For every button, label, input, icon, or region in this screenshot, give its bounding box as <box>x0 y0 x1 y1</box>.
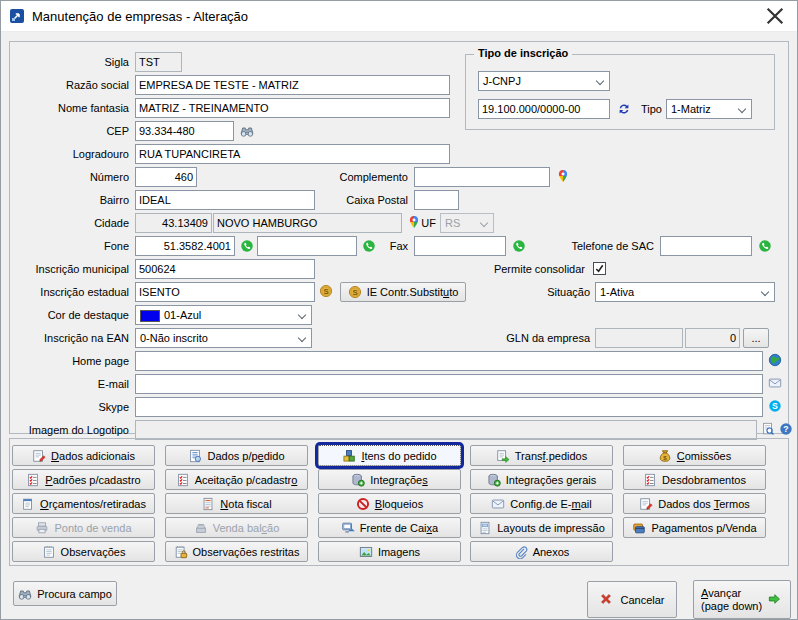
button-label: Padrões p/cadastro <box>45 474 140 486</box>
dados-dos-termos-button[interactable]: Dados dos Termos <box>623 493 766 514</box>
logotipo-input[interactable] <box>135 420 757 440</box>
integracoes-gerais-button[interactable]: Integrações gerais <box>470 469 613 490</box>
gln-label: GLN da empresa <box>490 328 590 348</box>
cubes-icon <box>342 449 356 463</box>
gln-input-2[interactable]: 0 <box>685 328 740 348</box>
transf-pedidos-button[interactable]: Transf.pedidos <box>470 445 613 466</box>
sintegra-coin-icon[interactable]: S <box>319 284 333 298</box>
inscricao-ean-select[interactable]: 0-Não inscrito <box>135 328 312 348</box>
telefone-sac-input[interactable] <box>660 236 752 256</box>
pos-icon <box>341 521 355 535</box>
anexos-button[interactable]: Anexos <box>470 541 613 562</box>
sigla-label: Sigla <box>10 52 129 72</box>
fax-label: Fax <box>380 236 408 256</box>
checklist-icon <box>643 473 657 487</box>
cep-input[interactable]: 93.334-480 <box>135 121 234 141</box>
tipo-documento-select[interactable]: J-CNPJ <box>478 71 610 91</box>
whatsapp-icon[interactable] <box>758 239 772 253</box>
tipo-matriz-select[interactable]: 1-Matriz <box>666 99 752 119</box>
layouts-de-impressao-button[interactable]: Layouts de impressão <box>470 517 613 538</box>
transfer-icon <box>496 449 510 463</box>
observacoes-restritas-button[interactable]: Observações restritas <box>165 541 308 562</box>
procura-campo-button[interactable]: Procura campo <box>13 581 117 606</box>
button-label: Aceitação p/cadastro <box>195 474 298 486</box>
pagamentos-p-venda-button[interactable]: Pagamentos p/Venda <box>623 517 766 538</box>
nome-fantasia-input[interactable]: MATRIZ - TREINAMENTO <box>135 98 450 118</box>
inscricao-estadual-input[interactable]: ISENTO <box>135 282 315 302</box>
gln-more-label: ... <box>751 332 760 344</box>
tipo-inscricao-legend: Tipo de inscrição <box>474 47 572 59</box>
logradouro-input[interactable]: RUA TUPANCIRETA <box>135 144 450 164</box>
frente-de-caixa-button[interactable]: Frente de Caixa <box>318 517 461 538</box>
venda-balcao-button: Venda balcão <box>165 517 308 538</box>
situacao-select[interactable]: 1-Ativa <box>595 282 775 302</box>
itens-do-pedido-button[interactable]: Itens do pedido <box>318 445 461 466</box>
comissoes-button[interactable]: $Comissões <box>623 445 766 466</box>
cnpj-input[interactable]: 19.100.000/0000-00 <box>478 99 610 119</box>
skype-input[interactable] <box>135 397 763 417</box>
caixa-postal-label: Caixa Postal <box>308 190 408 210</box>
gln-more-button[interactable]: ... <box>743 328 769 348</box>
telefone-sac-label: Telefone de SAC <box>550 236 654 256</box>
help-icon[interactable]: ? <box>779 422 793 436</box>
logradouro-label: Logradouro <box>10 144 129 164</box>
padroes-p-cadastro-button[interactable]: Padrões p/cadastro <box>12 469 155 490</box>
numero-input[interactable]: 460 <box>135 167 197 187</box>
observacoes-button[interactable]: Observações <box>12 541 155 562</box>
uf-value: RS <box>445 217 460 229</box>
ie-contr-substituto-button[interactable]: S IE Contr.Substituto <box>340 282 466 302</box>
cor-destaque-value: 01-Azul <box>164 309 201 321</box>
database-icon <box>351 473 365 487</box>
integracoes-button[interactable]: Integrações <box>318 469 461 490</box>
button-label: Frente de Caixa <box>360 522 438 534</box>
orcamentos-retiradas-button[interactable]: Orçamentos/retiradas <box>12 493 155 514</box>
button-label: Observações <box>61 546 126 558</box>
skype-icon[interactable]: S <box>768 399 782 413</box>
app-arrow-icon <box>9 8 25 24</box>
binoculars-icon[interactable] <box>240 124 254 138</box>
inscricao-municipal-input[interactable]: 500624 <box>135 259 315 279</box>
email-input[interactable] <box>135 374 763 394</box>
bloqueios-button[interactable]: Bloqueios <box>318 493 461 514</box>
fax-input[interactable] <box>414 236 506 256</box>
cidade-code-input[interactable]: 43.13409 <box>135 213 212 233</box>
close-icon[interactable] <box>761 5 789 27</box>
gln-input-1[interactable] <box>595 328 683 348</box>
dados-adicionais-button[interactable]: Dados adicionais <box>12 445 155 466</box>
doc-preview-icon[interactable] <box>761 422 775 436</box>
imagens-button[interactable]: Imagens <box>318 541 461 562</box>
cor-destaque-select[interactable]: 01-Azul <box>135 305 312 325</box>
whatsapp-icon[interactable] <box>362 239 376 253</box>
config-de-e-mail-button[interactable]: Config.de E-mail <box>470 493 613 514</box>
avancar-button[interactable]: Avançar (page down) <box>693 580 791 619</box>
permite-consolidar-checkbox[interactable] <box>593 262 606 275</box>
arrow-forward-icon <box>767 592 783 608</box>
cancelar-button[interactable]: Cancelar <box>587 581 677 618</box>
sintegra-coin-icon: S <box>348 285 362 299</box>
envelope-icon[interactable] <box>768 376 782 390</box>
cidade-name-input[interactable]: NOVO HAMBURGO <box>213 213 402 233</box>
map-pin-icon[interactable] <box>556 169 570 183</box>
aceitacao-p-cadastro-button[interactable]: Aceitação p/cadastro <box>165 469 308 490</box>
whatsapp-icon[interactable] <box>240 239 254 253</box>
envelope-icon <box>491 497 505 511</box>
fone2-input[interactable] <box>257 236 357 256</box>
payment-icon <box>632 521 646 535</box>
complemento-input[interactable] <box>414 167 550 187</box>
desdobramentos-button[interactable]: Desdobramentos <box>623 469 766 490</box>
sigla-input[interactable]: TST <box>135 52 182 72</box>
dados-p-pedido-button[interactable]: Dados p/pedido <box>165 445 308 466</box>
bairro-input[interactable]: IDEAL <box>135 190 315 210</box>
fone-input[interactable]: 51.3582.4001 <box>135 236 235 256</box>
svg-text:S: S <box>772 401 778 411</box>
caixa-postal-input[interactable] <box>414 190 459 210</box>
globe-icon[interactable] <box>768 353 782 367</box>
razao-social-input[interactable]: EMPRESA DE TESTE - MATRIZ <box>135 75 450 95</box>
whatsapp-icon[interactable] <box>512 239 526 253</box>
moneybag-icon: $ <box>658 449 672 463</box>
permite-consolidar-label: Permite consolidar <box>470 259 585 279</box>
home-page-input[interactable] <box>135 351 763 371</box>
complemento-label: Complemento <box>308 167 408 187</box>
button-label: Config.de E-mail <box>510 498 591 510</box>
nota-fiscal-button[interactable]: Nota fiscal <box>165 493 308 514</box>
